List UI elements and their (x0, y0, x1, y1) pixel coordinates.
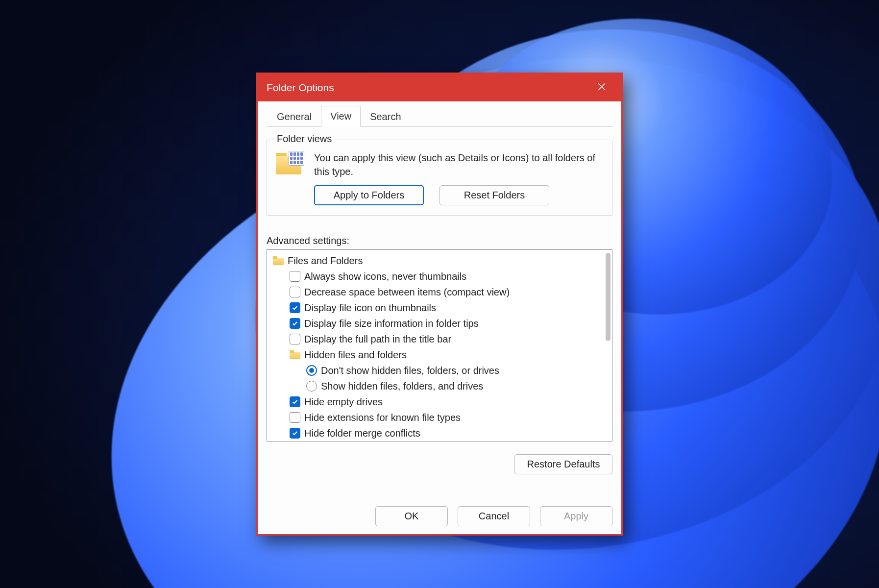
radio-label: Show hidden files, folders, and drives (321, 381, 483, 392)
folder-views-legend: Folder views (274, 133, 335, 145)
checkbox-icon[interactable] (290, 428, 300, 439)
setting-label: Decrease space between items (compact vi… (304, 287, 510, 298)
folder-views-description: You can apply this view (such as Details… (314, 151, 603, 178)
tab-search[interactable]: Search (361, 106, 410, 127)
radio-show-hidden[interactable]: Show hidden files, folders, and drives (271, 378, 609, 394)
setting-label: Hide empty drives (304, 396, 383, 408)
setting-label: Display the full path in the title bar (304, 334, 451, 345)
checkbox-icon[interactable] (290, 334, 300, 344)
setting-always-show-icons[interactable]: Always show icons, never thumbnails (271, 269, 609, 284)
setting-full-path-titlebar[interactable]: Display the full path in the title bar (271, 331, 609, 347)
apply-button[interactable]: Apply (540, 506, 612, 526)
setting-file-size-tips[interactable]: Display file size information in folder … (271, 316, 609, 331)
reset-folders-button[interactable]: Reset Folders (440, 185, 549, 205)
apply-to-folders-button[interactable]: Apply to Folders (314, 185, 424, 205)
checkbox-icon[interactable] (290, 318, 300, 329)
close-button[interactable] (587, 74, 616, 101)
advanced-settings-list[interactable]: Files and Folders Always show icons, nev… (267, 249, 612, 441)
checkbox-icon[interactable] (290, 287, 300, 297)
radio-icon[interactable] (306, 381, 317, 392)
checkbox-icon[interactable] (290, 396, 300, 407)
setting-hide-empty-drives[interactable]: Hide empty drives (271, 394, 609, 410)
setting-file-icon-thumbnails[interactable]: Display file icon on thumbnails (271, 300, 609, 316)
desktop-background: Folder Options General View Search Folde… (0, 0, 879, 588)
checkbox-icon[interactable] (290, 412, 300, 423)
setting-hide-extensions[interactable]: Hide extensions for known file types (271, 410, 609, 425)
checkbox-icon[interactable] (290, 271, 300, 282)
dialog-button-row: OK Cancel Apply (258, 499, 621, 534)
setting-label: Hide extensions for known file types (304, 412, 461, 423)
tree-root-label: Files and Folders (288, 255, 363, 267)
cancel-button[interactable]: Cancel (458, 506, 530, 526)
setting-label: Display file size information in folder … (304, 318, 479, 329)
tree-group-hidden-files[interactable]: Hidden files and folders (271, 347, 609, 363)
window-title: Folder Options (267, 82, 587, 94)
ok-button[interactable]: OK (375, 506, 448, 526)
setting-compact-view[interactable]: Decrease space between items (compact vi… (271, 284, 609, 300)
tab-view[interactable]: View (321, 106, 361, 127)
radio-icon[interactable] (306, 365, 317, 376)
checkbox-icon[interactable] (290, 302, 300, 313)
restore-defaults-button[interactable]: Restore Defaults (514, 454, 612, 474)
setting-label: Display file icon on thumbnails (304, 302, 436, 314)
tree-root-files-and-folders[interactable]: Files and Folders (271, 253, 609, 269)
scrollbar-thumb[interactable] (606, 253, 610, 341)
folder-options-dialog: Folder Options General View Search Folde… (256, 73, 623, 536)
radio-label: Don't show hidden files, folders, or dri… (321, 365, 499, 376)
tab-strip: General View Search (267, 106, 612, 127)
close-icon (597, 82, 606, 94)
setting-hide-merge-conflicts[interactable]: Hide folder merge conflicts (271, 425, 609, 441)
radio-dont-show-hidden[interactable]: Don't show hidden files, folders, or dri… (271, 363, 609, 378)
setting-label: Always show icons, never thumbnails (304, 271, 466, 282)
titlebar[interactable]: Folder Options (258, 74, 621, 101)
tab-general[interactable]: General (268, 106, 321, 127)
advanced-settings-label: Advanced settings: (267, 235, 612, 246)
folder-views-group: Folder views You can apply this view (su… (267, 140, 612, 216)
folder-icon (273, 256, 284, 265)
folder-grid-icon (276, 151, 304, 176)
tree-group-label: Hidden files and folders (304, 349, 407, 361)
setting-label: Hide folder merge conflicts (304, 428, 420, 439)
folder-icon (290, 350, 300, 359)
